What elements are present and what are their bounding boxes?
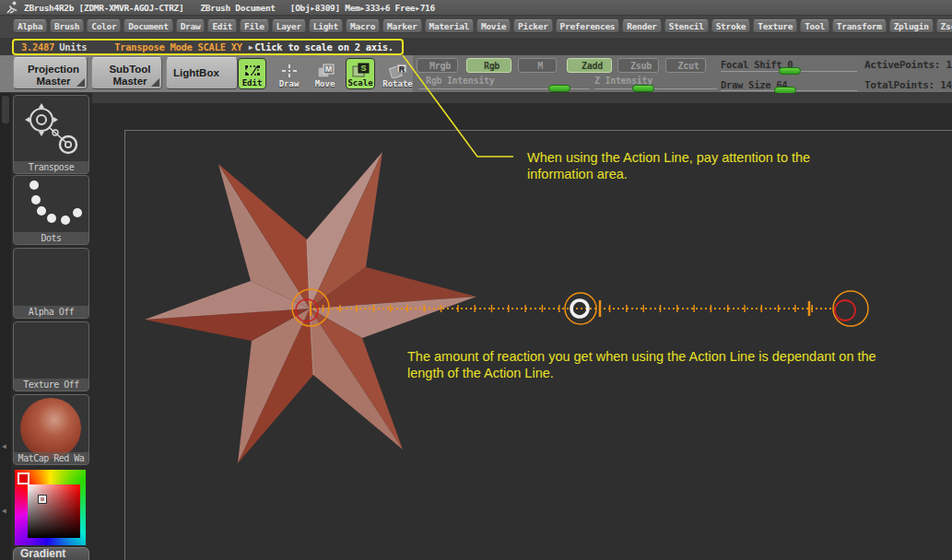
sidebar-item-alpha[interactable]: Alpha Off <box>13 248 89 319</box>
rotate-button[interactable]: R Rotate <box>381 58 415 89</box>
rotate-icon: R <box>388 64 408 78</box>
hue-ring[interactable] <box>15 470 86 545</box>
m-button[interactable]: M <box>518 58 557 73</box>
tray-collapse-icon[interactable]: ◀ <box>2 443 6 450</box>
menu-material[interactable]: Material <box>425 19 474 33</box>
scrollbar-thumb[interactable] <box>2 96 9 123</box>
menu-document[interactable]: Document <box>123 19 172 33</box>
gradient-button[interactable]: Gradient <box>13 547 89 560</box>
edit-marquee-icon <box>244 64 261 77</box>
transpose-mode-label: Transpose Mode SCALE XY <box>114 41 242 52</box>
z-intensity-track[interactable] <box>594 88 717 89</box>
menu-stroke[interactable]: Stroke <box>711 19 751 33</box>
menu-alpha[interactable]: Alpha <box>13 19 47 33</box>
svg-text:S: S <box>360 64 366 73</box>
menu-picker[interactable]: Picker <box>513 19 553 33</box>
menu-brush[interactable]: Brush <box>50 19 84 33</box>
lightbox-button[interactable]: LightBox <box>166 57 238 89</box>
z-intensity-handle[interactable] <box>632 85 654 92</box>
move-button[interactable]: M Move <box>310 58 340 89</box>
move-icon: M <box>316 64 335 78</box>
menu-texture[interactable]: Texture <box>753 19 797 33</box>
sidebar-item-stroke-transpose[interactable]: Transpose <box>13 95 89 174</box>
zsub-button[interactable]: Zsub <box>617 58 659 73</box>
menu-preferences[interactable]: Preferences <box>556 19 620 33</box>
sidebar-item-color-picker[interactable] <box>13 468 89 547</box>
title-bar: ZBrush4R2b [ZDMR-XMVR-AGOJ-CTRZ] ZBrush … <box>0 0 952 16</box>
workspace-divider <box>92 93 952 103</box>
rgb-button[interactable]: Rgb <box>466 58 511 73</box>
transpose-icon <box>14 96 88 161</box>
current-color-swatch <box>18 472 29 484</box>
mrgb-button[interactable]: Mrgb <box>417 58 458 73</box>
menu-edit[interactable]: Edit <box>207 19 237 33</box>
subtool-master-button[interactable]: SubTool Master <box>91 57 162 89</box>
projection-master-button[interactable]: Projection Master <box>13 57 88 89</box>
transpose-info-box: 3.2487 Units Transpose Mode SCALE XY ▶ C… <box>12 39 404 55</box>
menu-draw[interactable]: Draw <box>176 19 206 33</box>
menu-movie[interactable]: Movie <box>476 19 511 33</box>
rgb-intensity-label: Rgb Intensity <box>426 76 494 86</box>
matcap-sphere-thumbnail <box>20 398 81 459</box>
menu-light[interactable]: Light <box>309 19 343 33</box>
tray-collapse-icon[interactable]: ◀ <box>2 508 6 515</box>
document-canvas[interactable] <box>124 130 952 560</box>
zadd-button[interactable]: Zadd <box>567 58 612 73</box>
sidebar-item-texture[interactable]: Texture Off <box>13 321 89 391</box>
zbrush-window: ZBrush4R2b [ZDMR-XMVR-AGOJ-CTRZ] ZBrush … <box>0 0 952 560</box>
menu-transform[interactable]: Transform <box>832 19 887 33</box>
toolbar: Projection Master SubTool Master LightBo… <box>0 55 952 93</box>
menu-macro[interactable]: Macro <box>346 19 380 33</box>
memory-stats: [Obj▸8309] Mem▸333+6 Free▸716 <box>290 3 435 13</box>
sidebar-item-stroke-dots[interactable]: Dots <box>13 175 89 245</box>
app-title: ZBrush4R2b [ZDMR-XMVR-AGOJ-CTRZ] <box>24 3 183 13</box>
svg-text:M: M <box>324 64 332 74</box>
units-value: 3.2487 <box>21 41 54 52</box>
menu-stencil[interactable]: Stencil <box>664 19 709 33</box>
color-cursor[interactable] <box>39 496 46 503</box>
fold-corner-icon <box>151 78 159 87</box>
edit-button[interactable]: Edit <box>238 58 266 89</box>
sidebar-item-material[interactable]: MatCap Red Wa <box>13 394 89 465</box>
svg-text:R: R <box>398 64 405 74</box>
menu-zscript[interactable]: Zscript <box>936 19 952 33</box>
menu-zplugin[interactable]: Zplugin <box>889 19 934 33</box>
menu-file[interactable]: File <box>240 19 269 33</box>
menu-render[interactable]: Render <box>622 19 662 33</box>
zbrush-logo-icon <box>6 1 19 14</box>
menu-color[interactable]: Color <box>87 19 121 33</box>
total-points: TotalPoints: 14 <box>864 79 952 91</box>
left-scroll-rail: ◀ ◀ <box>0 93 11 560</box>
menu-marker[interactable]: Marker <box>382 19 422 33</box>
draw-button[interactable]: Draw <box>274 58 304 89</box>
rgb-intensity-handle[interactable] <box>548 85 570 92</box>
focal-shift-handle[interactable] <box>779 67 801 75</box>
annotation-info-area: When using the Action Line, pay attentio… <box>527 149 810 182</box>
dots-stroke-icon <box>14 176 88 233</box>
saturation-value-square[interactable] <box>28 484 80 538</box>
menu-bar: Alpha Brush Color Document Draw Edit Fil… <box>0 16 952 38</box>
draw-crosshair-icon <box>281 64 298 78</box>
active-points: ActivePoints: 14 <box>864 59 952 71</box>
menu-layer[interactable]: Layer <box>272 19 306 33</box>
annotation-action-line-length: The amount of reaction you get when usin… <box>407 348 876 381</box>
units-label: Units <box>59 41 87 52</box>
zcut-button[interactable]: Zcut <box>665 58 706 73</box>
hint-text: Click to scale on 2 axis. <box>254 41 394 52</box>
fold-corner-icon <box>76 78 85 87</box>
menu-tool[interactable]: Tool <box>800 19 829 33</box>
hint-arrow-icon: ▶ <box>249 43 253 52</box>
document-title: ZBrush Document <box>200 3 275 13</box>
scale-button[interactable]: S Scale <box>346 58 375 89</box>
scale-icon: S <box>351 63 370 77</box>
